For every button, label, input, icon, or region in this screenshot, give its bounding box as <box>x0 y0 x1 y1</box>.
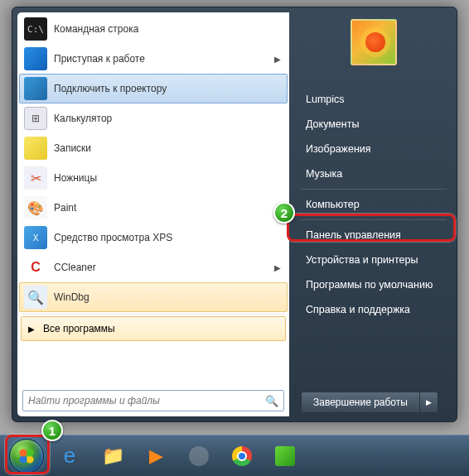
start-menu-left-panel: C:\ Командная строка Приступая к работе … <box>17 12 289 416</box>
right-item-documents[interactable]: Документы <box>301 112 447 137</box>
right-item-help[interactable]: Справка и поддержка <box>301 297 447 322</box>
app-item-sticky-notes[interactable]: Записки <box>19 133 288 163</box>
app-item-cmd[interactable]: C:\ Командная строка <box>19 14 288 44</box>
cmd-icon: C:\ <box>24 17 47 41</box>
app-label: Приступая к работе <box>54 53 145 65</box>
projector-icon <box>24 77 47 100</box>
cube-icon <box>275 446 295 466</box>
ie-icon: e <box>64 443 75 469</box>
app-item-xps-viewer[interactable]: X Средство просмотра XPS <box>19 223 288 252</box>
xps-icon: X <box>24 226 47 249</box>
annotation-badge-2: 2 <box>273 202 295 224</box>
user-picture[interactable] <box>351 19 397 65</box>
ccleaner-icon: C <box>24 256 47 279</box>
taskbar-wmp[interactable]: ▶ <box>136 440 176 473</box>
scissors-icon: ✂ <box>24 166 47 190</box>
start-button[interactable] <box>7 440 46 473</box>
app-item-snipping-tool[interactable]: ✂ Ножницы <box>19 163 288 193</box>
shutdown-row: Завершение работы ▶ <box>301 392 447 413</box>
app-label: Средство просмотра XPS <box>54 232 172 243</box>
right-item-control-panel[interactable]: Панель управления <box>301 223 447 248</box>
taskbar: e 📁 ▶ <box>0 435 469 476</box>
divider <box>301 189 447 190</box>
windows-orb-icon <box>9 439 44 474</box>
annotation-badge-1: 1 <box>41 420 63 441</box>
start-menu-right-panel: Lumpics Документы Изображения Музыка Ком… <box>289 7 457 421</box>
right-item-devices-printers[interactable]: Устройства и принтеры <box>301 248 447 272</box>
submenu-arrow-icon: ▶ <box>274 263 281 272</box>
separator <box>22 314 284 315</box>
search-icon: 🔍 <box>265 395 278 407</box>
taskbar-ie[interactable]: e <box>50 440 89 473</box>
program-list: C:\ Командная строка Приступая к работе … <box>17 12 289 385</box>
search-input[interactable] <box>28 395 262 406</box>
app-item-ccleaner[interactable]: C CCleaner ▶ <box>19 252 288 282</box>
right-item-default-programs[interactable]: Программы по умолчанию <box>301 272 447 297</box>
chrome-icon <box>232 446 252 466</box>
app-label: Калькулятор <box>54 113 112 124</box>
getting-started-icon <box>24 47 47 70</box>
app-item-projector[interactable]: Подключить к проектору <box>19 74 288 103</box>
media-player-icon: ▶ <box>149 445 163 467</box>
taskbar-explorer[interactable]: 📁 <box>93 440 133 473</box>
app-label: Paint <box>54 202 76 214</box>
blank-icon <box>189 446 209 466</box>
search-box[interactable]: 🔍 <box>22 390 284 411</box>
sticky-notes-icon <box>24 137 47 160</box>
right-item-pictures[interactable]: Изображения <box>301 137 447 161</box>
app-label: Командная строка <box>54 23 138 35</box>
right-item-computer[interactable]: Компьютер <box>301 192 447 217</box>
shutdown-button[interactable]: Завершение работы <box>301 392 420 413</box>
app-item-windbg[interactable]: 🔍 WinDbg <box>19 282 288 312</box>
start-menu: C:\ Командная строка Приступая к работе … <box>12 7 457 422</box>
submenu-arrow-icon: ▶ <box>274 55 281 64</box>
app-label: Записки <box>54 142 91 154</box>
all-programs-label: Все программы <box>43 323 115 334</box>
all-programs-button[interactable]: ▶ Все программы <box>21 316 286 341</box>
app-item-calculator[interactable]: ⊞ Калькулятор <box>19 103 288 133</box>
app-label: Подключить к проектору <box>54 83 167 94</box>
right-item-user[interactable]: Lumpics <box>301 87 447 112</box>
folder-icon: 📁 <box>102 445 124 467</box>
app-item-getting-started[interactable]: Приступая к работе ▶ <box>19 44 288 74</box>
calculator-icon: ⊞ <box>24 107 47 130</box>
taskbar-chrome[interactable] <box>222 440 262 473</box>
app-label: CCleaner <box>54 262 96 273</box>
shutdown-options-button[interactable]: ▶ <box>420 392 438 413</box>
app-label: Ножницы <box>54 172 97 184</box>
windbg-icon: 🔍 <box>24 286 47 309</box>
triangle-icon: ▶ <box>28 325 35 334</box>
taskbar-blank[interactable] <box>179 440 219 473</box>
app-item-paint[interactable]: 🎨 Paint <box>19 193 288 223</box>
taskbar-app-green[interactable] <box>265 440 305 473</box>
right-item-music[interactable]: Музыка <box>301 161 447 186</box>
paint-icon: 🎨 <box>24 196 47 219</box>
app-label: WinDbg <box>54 291 89 303</box>
divider <box>301 219 447 220</box>
